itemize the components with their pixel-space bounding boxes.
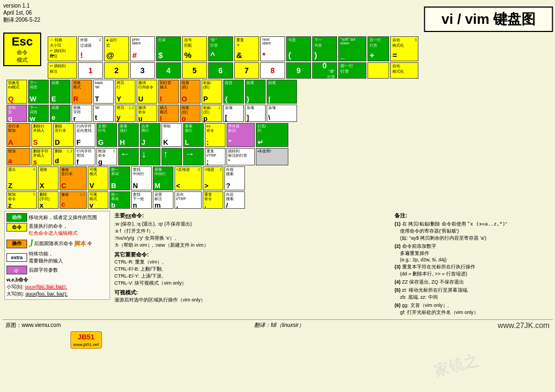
key-X[interactable]: 退格 X — [38, 166, 59, 190]
key-h[interactable]: ← — [118, 148, 139, 165]
caret-key[interactable]: "软"行首 ^ — [208, 36, 233, 61]
key-J[interactable]: 合并两行 J — [140, 123, 160, 147]
percent-key[interactable]: 括号匹配 % — [182, 36, 207, 61]
key-V[interactable]: 可视模式 V — [88, 166, 108, 190]
key-w[interactable]: 下一词首 w — [28, 105, 49, 122]
key-z[interactable]: 附加命令 z 5 — [7, 191, 37, 209]
key-1[interactable]: 1 — [78, 62, 103, 79]
key-2[interactable]: 2 — [104, 62, 129, 79]
key-semicolon[interactable]: 重复t/T/f/F ; — [205, 148, 225, 165]
key-e[interactable]: 词尾 e — [50, 105, 70, 122]
key-apostrophe[interactable]: 跳转到标注的行首 ' — [227, 148, 255, 165]
dollar-key[interactable]: 行末 $ — [156, 36, 181, 61]
key-F[interactable]: 行内字符反向查找 F — [75, 123, 95, 147]
key-l[interactable]: → — [183, 148, 204, 165]
key-rbrace[interactable]: 段尾 } — [245, 80, 266, 104]
key-q[interactable]: 录制宏 q — [7, 105, 27, 122]
tilde-key[interactable]: ↔ 转换 大小写 ~ ↵ 跳转到标注 — [48, 36, 77, 61]
key-slash[interactable]: 向后搜索 / — [224, 191, 245, 209]
key-enter[interactable]: 行首/列 ↵ — [256, 123, 288, 147]
equals-key[interactable]: 自动格式化 = 3 — [390, 36, 418, 61]
key-Q[interactable]: 切换至ex模式 Q — [7, 80, 27, 104]
key-0[interactable]: 0 "硬"行首 — [312, 62, 337, 79]
key-backslash[interactable]: 杂项 \ — [267, 105, 297, 122]
key-r[interactable]: 替换字符 r — [72, 105, 92, 122]
key-lt[interactable]: <反缩进 < 3 — [175, 166, 202, 190]
key-v[interactable]: 可视模式 v — [88, 191, 108, 209]
key-d[interactable]: 删除 d 1,3 — [53, 148, 74, 165]
key-G[interactable]: 文尾/行号 G — [96, 123, 117, 147]
key-rbracket[interactable]: 杂项 ] — [245, 105, 266, 122]
key-T[interactable]: back'till T — [93, 80, 114, 104]
key-i[interactable]: 插入模式 i — [158, 105, 179, 122]
key-W[interactable]: 下一词首 W — [28, 80, 49, 104]
key-m[interactable]: 设置标注 m — [153, 191, 173, 209]
key-5[interactable]: 5 — [182, 62, 207, 79]
date2-label: 翻译:2006-5-22 — [3, 17, 40, 23]
key-7[interactable]: 7 — [234, 62, 259, 79]
key-C[interactable]: 修改至行末 C — [60, 166, 87, 190]
key-plus-lower[interactable] — [367, 62, 389, 79]
key-g[interactable]: 附加命令 g 6 — [96, 148, 117, 165]
key-P[interactable]: 粘贴(前) P — [202, 80, 222, 104]
key-backslash-lower[interactable]: •未使用! — [256, 148, 288, 165]
key-t[interactable]: 'till t — [93, 105, 114, 122]
lparen-key[interactable]: 句首 ( — [286, 36, 311, 61]
key-gt[interactable]: >缩进 > 3 — [203, 166, 223, 190]
key-a[interactable]: 附加 a — [7, 148, 30, 165]
key-comma[interactable]: 反向t/T/f/F , — [175, 191, 202, 209]
key-quote[interactable]: 寄存器标识 " — [227, 123, 255, 147]
key-equals-lower[interactable]: 自动格式化 — [390, 62, 418, 79]
key-A[interactable]: 在行末附加 A — [7, 123, 30, 147]
key-c[interactable]: 修改 c 1,3 — [60, 191, 87, 209]
key-S[interactable]: 删除行并插入 S — [31, 123, 52, 147]
key-colon[interactable]: ex命令 : — [205, 123, 225, 147]
key-u[interactable]: 撤消命令 u — [137, 105, 157, 122]
key-o[interactable]: 段落(后) o — [180, 105, 201, 122]
key-L[interactable]: 屏幕底行 L — [183, 123, 204, 147]
hash-key[interactable]: prevident # — [130, 36, 155, 61]
underscore-key[interactable]: "soft" boldown _ — [338, 36, 366, 61]
key-8[interactable]: 8 — [260, 62, 285, 79]
key-period[interactable]: 重复命令 . — [203, 191, 223, 209]
key-minus[interactable]: 前一行行首 — [338, 62, 366, 79]
asdf-row-lower: 附加 a 删除字符并插入 s 删除 d 1,3 行内字符查找 f 附加命令 — [7, 148, 551, 165]
key-tilde-lower[interactable]: ↵ 跳转到标注 — [48, 62, 77, 79]
key-pipe[interactable]: 段尾 | — [267, 80, 297, 104]
key-y[interactable]: 拷贝 y 1,3 — [115, 105, 135, 122]
key-N[interactable]: 查找中间行 N — [131, 166, 152, 190]
key-R[interactable]: 替换模式 R — [72, 80, 92, 104]
key-n[interactable]: 查找下一处 n — [131, 191, 152, 209]
key-D[interactable]: 删除至行末 D — [53, 123, 74, 147]
star-key[interactable]: nextident * — [260, 36, 285, 61]
key-f[interactable]: 行内字符查找 f — [75, 148, 95, 165]
key-x[interactable]: 删除(字符) x — [38, 191, 59, 209]
key-3[interactable]: 3 — [130, 62, 155, 79]
key-j[interactable]: ↓ — [140, 148, 160, 165]
key-question[interactable]: 向前搜索 ? — [224, 166, 245, 190]
key-H[interactable]: 屏幕顶行 H — [118, 123, 139, 147]
key-6[interactable]: 6 — [208, 62, 233, 79]
amp-key[interactable]: 重复:s & — [234, 36, 259, 61]
key-k[interactable]: ↑ — [162, 148, 182, 165]
key-I[interactable]: 到行首插入 I — [158, 80, 179, 104]
exclaim-key[interactable]: 外部过滤器 ! 2 — [78, 36, 103, 61]
key-Z[interactable]: 退出 Z 4 — [7, 166, 37, 190]
key-M[interactable]: 屏幕中间行 M — [153, 166, 173, 190]
key-Y[interactable]: 拷贝行 Y — [115, 80, 135, 104]
key-lbrace[interactable]: 段首 { — [223, 80, 244, 104]
rparen-key[interactable]: 下一句首 ) — [312, 36, 337, 61]
plus-key[interactable]: 后一行行首 + — [367, 36, 389, 61]
key-s[interactable]: 删除字符并插入 s — [31, 148, 52, 165]
key-lbracket[interactable]: 杂项 [ — [223, 105, 244, 122]
key-E[interactable]: 词尾 E — [50, 80, 70, 104]
key-9[interactable]: 9 — [286, 62, 311, 79]
key-B[interactable]: 前一单词 B — [109, 166, 130, 190]
key-U[interactable]: 撤消行内命令 U — [137, 80, 157, 104]
key-K[interactable]: 帮助 K — [162, 123, 182, 147]
at-key[interactable]: ● 运行宏 @ — [104, 36, 129, 61]
key-p[interactable]: 粘贴(后) p 1 — [202, 105, 222, 122]
key-4[interactable]: 4 — [156, 62, 181, 79]
key-O[interactable]: 段落(前) O — [180, 80, 201, 104]
key-b[interactable]: 前一单词 b — [109, 191, 130, 209]
